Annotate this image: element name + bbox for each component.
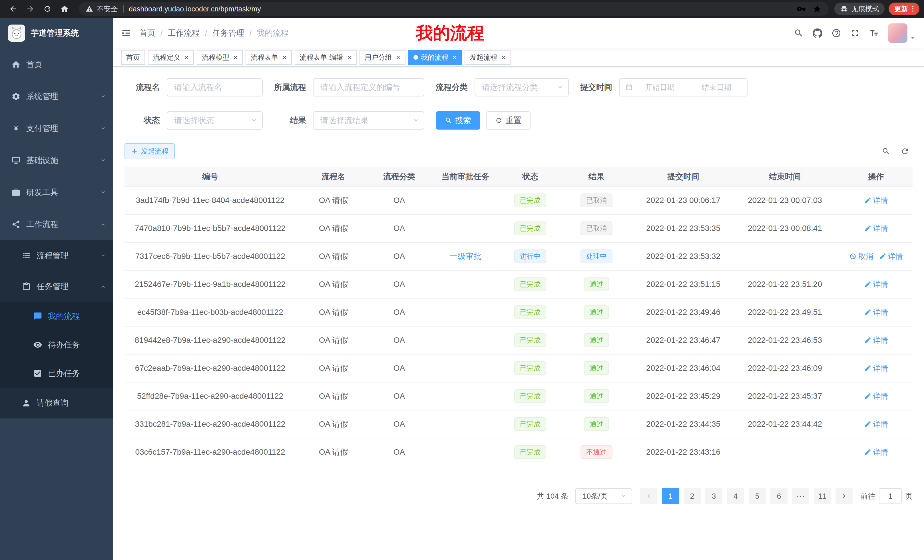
- breadcrumb-item[interactable]: 首页: [140, 28, 155, 39]
- sidebar-toggle-button[interactable]: [113, 18, 140, 48]
- goto-page-input[interactable]: [879, 488, 902, 504]
- app-logo[interactable]: 芋道管理系统: [0, 18, 113, 48]
- next-page-button[interactable]: [836, 488, 853, 504]
- cell-actions: 详情: [840, 382, 913, 410]
- detail-action-link[interactable]: 详情: [864, 335, 888, 345]
- status-select[interactable]: 请选择状态: [167, 111, 263, 130]
- fullscreen-button[interactable]: [846, 23, 865, 43]
- reset-button[interactable]: 重置: [486, 111, 531, 130]
- cell-status: 已完成: [504, 271, 557, 298]
- sidebar-item-infrastructure[interactable]: 基础设施: [0, 144, 113, 177]
- status-tag: 进行中: [514, 250, 546, 263]
- browser-forward-button[interactable]: [23, 1, 38, 16]
- page-button-6[interactable]: 6: [770, 488, 788, 504]
- sidebar-item-my-process[interactable]: 我的流程: [0, 302, 113, 331]
- tab-my-process[interactable]: 我的流程×: [408, 50, 462, 65]
- cell-result: 不通过: [557, 439, 636, 466]
- detail-action-link[interactable]: 详情: [864, 419, 888, 429]
- create-process-button[interactable]: 发起流程: [124, 143, 175, 159]
- sidebar-item-payment[interactable]: 支付管理: [0, 112, 113, 144]
- detail-action-link[interactable]: 详情: [864, 223, 888, 234]
- result-label: 结果: [274, 115, 313, 126]
- tab-process-form-edit[interactable]: 流程表单-编辑×: [295, 50, 357, 65]
- tab-label: 我的流程: [421, 53, 448, 62]
- breadcrumb-item[interactable]: 任务管理: [213, 28, 244, 39]
- sidebar-item-devtools[interactable]: 研发工具: [0, 177, 113, 208]
- tab-close-icon[interactable]: ×: [282, 54, 286, 61]
- tab-close-icon[interactable]: ×: [233, 54, 238, 61]
- breadcrumb-item[interactable]: 工作流程: [168, 28, 200, 39]
- action-label: 详情: [873, 391, 888, 401]
- bookmark-star-icon[interactable]: [813, 4, 822, 13]
- tab-process-form[interactable]: 流程表单×: [246, 50, 291, 65]
- search-button[interactable]: 搜索: [436, 111, 480, 130]
- cell-process-name: OA 请假: [296, 355, 371, 382]
- page-button-5[interactable]: 5: [748, 488, 766, 504]
- chevron-left-icon: [645, 493, 652, 500]
- header-search-button[interactable]: [789, 23, 808, 43]
- address-bar[interactable]: 不安全 dashboard.yudao.iocoder.cn/bpm/task/…: [79, 2, 829, 16]
- sidebar-item-system[interactable]: 系统管理: [0, 81, 113, 112]
- sidebar-item-process-management[interactable]: 流程管理: [0, 240, 113, 271]
- tab-close-icon[interactable]: ×: [396, 54, 400, 61]
- category-select[interactable]: 请选择流程分类: [475, 78, 569, 96]
- cancel-icon: [849, 253, 856, 260]
- password-key-icon[interactable]: [796, 4, 806, 13]
- sidebar-item-todo-tasks[interactable]: 待办任务: [0, 331, 113, 359]
- page: 不安全 dashboard.yudao.iocoder.cn/bpm/task/…: [0, 0, 924, 560]
- cell-id: 2152467e-7b9b-11ec-9a1b-acde48001122: [124, 271, 296, 298]
- tab-process-model[interactable]: 流程模型×: [197, 50, 243, 65]
- sidebar-item-leave-query[interactable]: 请假查询: [0, 388, 113, 418]
- cell-status: 已完成: [504, 382, 557, 410]
- tab-process-definition[interactable]: 流程定义×: [148, 50, 194, 65]
- tab-close-icon[interactable]: ×: [452, 54, 457, 61]
- tab-close-icon[interactable]: ×: [501, 54, 506, 61]
- cell-result: 通过: [557, 326, 636, 354]
- submit-time-range-picker[interactable]: 开始日期 - 结束日期: [619, 78, 747, 96]
- page-button-3[interactable]: 3: [705, 488, 722, 504]
- detail-action-link[interactable]: 详情: [864, 391, 888, 401]
- result-select[interactable]: 请选择流结果: [313, 111, 424, 130]
- browser-home-button[interactable]: [57, 1, 72, 16]
- sidebar-item-workflow[interactable]: 工作流程: [0, 208, 113, 240]
- sidebar-item-task-management[interactable]: 任务管理: [0, 271, 113, 302]
- process-name-input[interactable]: [167, 78, 263, 96]
- tab-home[interactable]: 首页: [121, 50, 145, 65]
- caret-down-icon[interactable]: [909, 34, 916, 41]
- font-size-button[interactable]: [865, 23, 884, 43]
- tab-close-icon[interactable]: ×: [184, 54, 189, 61]
- detail-action-link[interactable]: 详情: [864, 279, 888, 289]
- prev-page-button[interactable]: [640, 488, 657, 504]
- docs-help-button[interactable]: [827, 23, 846, 43]
- tab-start-process[interactable]: 发起流程×: [465, 50, 510, 65]
- detail-action-link[interactable]: 详情: [864, 447, 888, 457]
- more-pages-button[interactable]: ···: [792, 488, 809, 504]
- cancel-action-link[interactable]: 取消: [849, 252, 873, 262]
- sidebar-item-done-tasks[interactable]: 已办任务: [0, 359, 113, 388]
- date-range-separator: -: [687, 83, 690, 92]
- detail-action-link[interactable]: 详情: [864, 307, 888, 317]
- page-button-1[interactable]: 1: [662, 488, 679, 504]
- github-link[interactable]: [808, 23, 827, 43]
- chevron-up-icon: [100, 221, 106, 228]
- cell-end-time: [730, 439, 840, 466]
- page-button-4[interactable]: 4: [727, 488, 744, 504]
- page-button-2[interactable]: 2: [684, 488, 701, 504]
- browser-back-button[interactable]: [6, 1, 21, 16]
- browser-update-menu-button[interactable]: 更新: [889, 3, 920, 15]
- page-button-11[interactable]: 11: [814, 488, 831, 504]
- browser-reload-button[interactable]: [40, 1, 55, 16]
- sidebar-item-home[interactable]: 首页: [0, 48, 113, 81]
- detail-action-link[interactable]: 详情: [879, 252, 903, 262]
- tab-close-icon[interactable]: ×: [347, 54, 351, 61]
- tab-user-group[interactable]: 用户分组×: [360, 50, 405, 65]
- user-avatar[interactable]: [888, 23, 908, 43]
- column-header: 提交时间: [636, 167, 730, 186]
- detail-action-link[interactable]: 详情: [864, 196, 888, 205]
- toggle-search-icon[interactable]: [882, 147, 890, 156]
- detail-action-link[interactable]: 详情: [864, 363, 888, 373]
- process-def-input[interactable]: [313, 78, 424, 96]
- refresh-table-icon[interactable]: [901, 147, 909, 156]
- page-size-select[interactable]: 10条/页: [575, 488, 632, 504]
- current-task-link[interactable]: 一级审批: [449, 251, 482, 262]
